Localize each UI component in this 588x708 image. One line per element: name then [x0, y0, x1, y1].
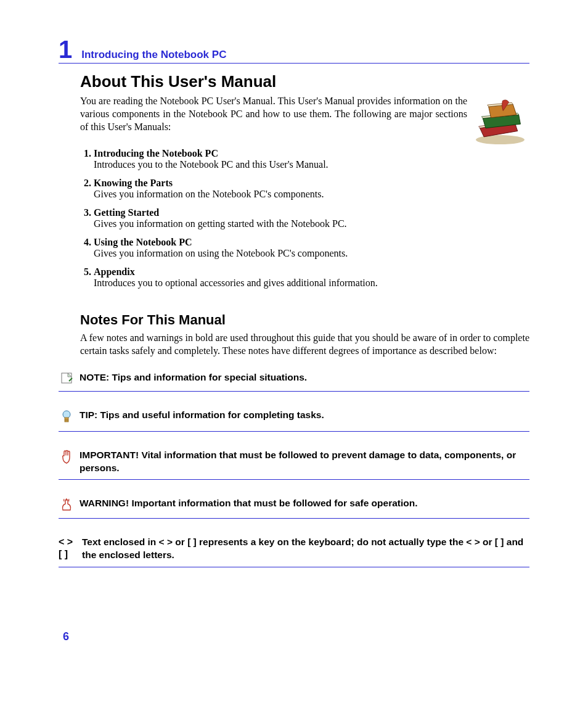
list-item-title: Introducing the Notebook PC — [94, 148, 218, 158]
page: 1 Introducing the Notebook PC About This… — [0, 0, 588, 606]
square-brackets-label: [ ] — [59, 548, 77, 560]
warning-burn-icon — [59, 497, 75, 513]
svg-rect-3 — [65, 418, 68, 422]
chapter-number: 1 — [59, 37, 72, 62]
callout-tip-text: TIP: Tips and useful information for com… — [75, 409, 529, 422]
callouts-block: NOTE: Tips and information for special s… — [59, 368, 529, 568]
key-brackets-icon: < > [ ] — [59, 536, 77, 559]
list-item-desc: Gives you information on the Notebook PC… — [94, 189, 529, 200]
list-item: Getting Started Gives you information on… — [94, 207, 529, 229]
callout-note-text: NOTE: Tips and information for special s… — [75, 371, 529, 384]
intro-paragraph: You are reading the Notebook PC User's M… — [80, 95, 529, 133]
content-area: About This User's Manual You are reading… — [80, 72, 529, 358]
list-item-title: Using the Notebook PC — [94, 237, 192, 247]
callout-warning-text: WARNING! Important information that must… — [75, 497, 529, 510]
list-item-desc: Introduces you to the Notebook PC and th… — [94, 159, 529, 170]
page-number: 6 — [63, 630, 69, 643]
books-illustration-icon — [471, 96, 529, 146]
callout-tip: TIP: Tips and useful information for com… — [59, 405, 529, 432]
list-item: Using the Notebook PC Gives you informat… — [94, 237, 529, 259]
list-item-title: Appendix — [94, 266, 135, 277]
list-item-desc: Gives you information on using the Noteb… — [94, 248, 529, 259]
angle-brackets-label: < > — [59, 536, 77, 548]
note-icon — [59, 371, 75, 386]
intro-block: You are reading the Notebook PC User's M… — [80, 95, 529, 146]
list-item: Introducing the Notebook PC Introduces y… — [94, 148, 529, 170]
callout-warning: WARNING! Important information that must… — [59, 493, 529, 519]
important-hand-icon — [59, 449, 75, 466]
sections-list: Introducing the Notebook PC Introduces y… — [80, 148, 529, 289]
chapter-title: Introducing the Notebook PC — [81, 49, 226, 61]
tip-lightbulb-icon — [59, 409, 75, 426]
list-item: Knowing the Parts Gives you information … — [94, 178, 529, 200]
chapter-header: 1 Introducing the Notebook PC — [59, 37, 529, 64]
callout-keys: < > [ ] Text enclosed in < > or [ ] repr… — [59, 532, 529, 567]
callout-important-text: IMPORTANT! Vital information that must b… — [75, 449, 529, 475]
callout-keys-text: Text enclosed in < > or [ ] represents a… — [77, 536, 529, 562]
svg-rect-1 — [62, 373, 71, 383]
section-heading-about: About This User's Manual — [80, 72, 529, 91]
list-item-desc: Gives you information on getting started… — [94, 218, 529, 229]
list-item-title: Getting Started — [94, 207, 159, 218]
list-item-desc: Introduces you to optional accessories a… — [94, 278, 529, 289]
svg-point-0 — [476, 135, 525, 144]
list-item: Appendix Introduces you to optional acce… — [94, 266, 529, 289]
callout-important: IMPORTANT! Vital information that must b… — [59, 445, 529, 480]
callout-note: NOTE: Tips and information for special s… — [59, 368, 529, 392]
list-item-title: Knowing the Parts — [94, 178, 173, 188]
section-heading-notes: Notes For This Manual — [80, 312, 529, 328]
notes-intro-paragraph: A few notes and warnings in bold are use… — [80, 332, 529, 358]
svg-point-2 — [63, 411, 70, 418]
